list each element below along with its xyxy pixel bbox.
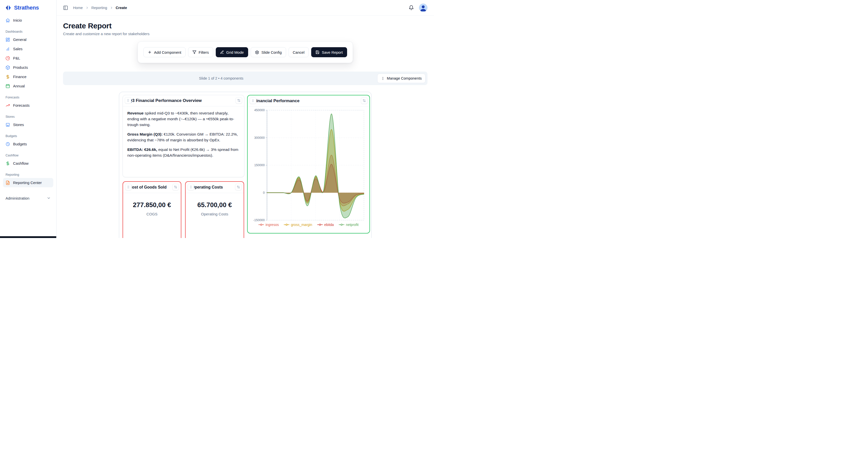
report-toolbar: Add Component Filters Grid Mode (137, 41, 352, 63)
grid-mode-button[interactable]: Grid Mode (216, 47, 248, 57)
slide-config-button[interactable]: Slide Config (251, 47, 286, 57)
svg-text:300000: 300000 (254, 136, 265, 139)
save-icon (315, 50, 319, 54)
component-financial-chart: Financial Performance 450000300000150000… (247, 95, 370, 233)
component-title: Cost of Goods Sold (129, 185, 170, 190)
calendar-icon (5, 84, 10, 88)
sidebar-bottom-bar (0, 236, 56, 238)
clock-icon (5, 142, 10, 146)
notifications-bell-icon[interactable] (409, 5, 414, 10)
sidebar-item-reporting-center[interactable]: Reporting Center (3, 178, 53, 187)
legend-item-ebitda[interactable]: ebitda (317, 223, 334, 227)
section-label-reporting: Reporting (5, 173, 51, 177)
brand[interactable]: Strathens (3, 0, 53, 15)
legend-item-gross_margin[interactable]: gross_margin (284, 223, 312, 227)
report-file-icon (5, 181, 10, 185)
chevron-right-icon (85, 6, 89, 9)
section-label-forecasts: Forecasts (5, 96, 51, 99)
sidebar-item-budgets[interactable]: Budgets (3, 139, 53, 149)
breadcrumb-home[interactable]: Home (73, 6, 83, 10)
store-icon (5, 123, 10, 127)
sidebar-item-administration[interactable]: Administration (3, 193, 53, 203)
component-settings-icon[interactable] (235, 184, 242, 190)
cancel-button[interactable]: Cancel (288, 47, 309, 57)
brand-name: Strathens (14, 4, 39, 11)
plus-icon (148, 50, 152, 54)
legend-item-ingresos[interactable]: ingresos (258, 223, 279, 227)
svg-text:0: 0 (263, 191, 265, 195)
component-header: Operating Costs (186, 182, 244, 193)
chart-legend: ingresosgross_marginebitdanetprofit (248, 223, 369, 227)
component-header: Q3 Financial Performance Overview (123, 95, 244, 106)
svg-text:150000: 150000 (254, 163, 265, 167)
user-avatar[interactable] (419, 3, 428, 12)
sidebar-item-forecasts[interactable]: Forecasts (3, 101, 53, 110)
component-text-overview: Q3 Financial Performance Overview Revenu… (123, 95, 244, 177)
section-label-budgets: Budgets (5, 134, 51, 138)
sidebar-item-general[interactable]: General (3, 35, 53, 44)
sidebar-item-pnl[interactable]: P&L (3, 54, 53, 63)
slide-canvas: Q3 Financial Performance Overview Revenu… (119, 92, 372, 238)
content: Create Report Create and customize a new… (57, 15, 434, 238)
chevron-down-icon (47, 196, 51, 200)
metric-value: 65.700,00 € (186, 201, 244, 209)
component-header: Financial Performance (248, 95, 369, 107)
breadcrumb: Home Reporting Create (73, 6, 127, 10)
svg-text:-150000: -150000 (253, 218, 265, 222)
component-settings-icon[interactable] (361, 97, 367, 104)
component-title: Operating Costs (192, 185, 232, 190)
kebab-menu-icon (381, 76, 385, 80)
metric-label: Operating Costs (186, 212, 244, 216)
chevron-right-icon (110, 6, 113, 9)
breadcrumb-reporting[interactable]: Reporting (91, 6, 107, 10)
page-subtitle: Create and customize a new report for st… (63, 32, 428, 36)
section-label-cashflow: Cashflow (5, 154, 51, 157)
dollar-icon (5, 161, 10, 166)
drag-handle-icon[interactable] (250, 97, 256, 104)
legend-item-netprofit[interactable]: netprofit (339, 223, 359, 227)
strathens-logo-icon (5, 4, 11, 11)
filters-button[interactable]: Filters (188, 47, 213, 57)
dollar-icon (5, 74, 10, 79)
drag-handle-icon[interactable] (188, 184, 194, 190)
text-paragraphs: Revenue spiked mid-Q3 to ~€430k, then re… (123, 106, 244, 162)
topbar: Home Reporting Create (57, 0, 434, 15)
save-report-button[interactable]: Save Report (311, 47, 347, 57)
main-area: Home Reporting Create Create (57, 0, 434, 238)
component-header: Cost of Goods Sold (123, 182, 181, 193)
sidebar: Strathens Inicio Dashboards General Sale… (0, 0, 57, 238)
metric-label: COGS (123, 212, 181, 216)
sidebar-item-products[interactable]: Products (3, 63, 53, 72)
page-title: Create Report (63, 22, 428, 30)
sidebar-item-annual[interactable]: Annual (3, 81, 53, 91)
topbar-right (409, 3, 428, 12)
sidebar-item-inicio[interactable]: Inicio (3, 15, 53, 25)
sidebar-toggle-icon[interactable] (63, 5, 68, 10)
sidebar-item-stores[interactable]: Stores (3, 120, 53, 129)
section-label-stores: Stores (5, 115, 51, 119)
sidebar-item-cashflow[interactable]: Cashflow (3, 159, 53, 168)
component-opex-metric: Operating Costs 65.700,00 € Operating Co… (185, 181, 244, 238)
gear-icon (255, 50, 259, 55)
component-settings-icon[interactable] (236, 97, 242, 104)
home-icon (5, 18, 10, 23)
component-title: Q3 Financial Performance Overview (129, 98, 233, 103)
drag-handle-icon[interactable] (125, 184, 132, 190)
component-settings-icon[interactable] (172, 184, 179, 190)
metric-value: 277.850,00 € (123, 201, 181, 209)
bar-chart-icon (5, 47, 10, 51)
package-icon (5, 65, 10, 70)
sidebar-item-sales[interactable]: Sales (3, 44, 53, 54)
pie-chart-icon (5, 56, 10, 61)
add-component-button[interactable]: Add Component (144, 47, 185, 57)
manage-components-button[interactable]: Manage Components (377, 73, 426, 83)
drag-handle-icon[interactable] (125, 97, 131, 104)
component-cogs-metric: Cost of Goods Sold 277.850,00 € COGS (123, 181, 181, 238)
svg-text:450000: 450000 (254, 109, 265, 112)
app-window: Strathens Inicio Dashboards General Sale… (0, 0, 434, 238)
section-label-dashboards: Dashboards (5, 30, 51, 33)
sidebar-item-finance[interactable]: Finance (3, 72, 53, 81)
dashboard-grid-icon (5, 37, 10, 42)
component-title: Financial Performance (254, 98, 359, 104)
area-chart: 4500003000001500000-150000 (248, 107, 369, 222)
